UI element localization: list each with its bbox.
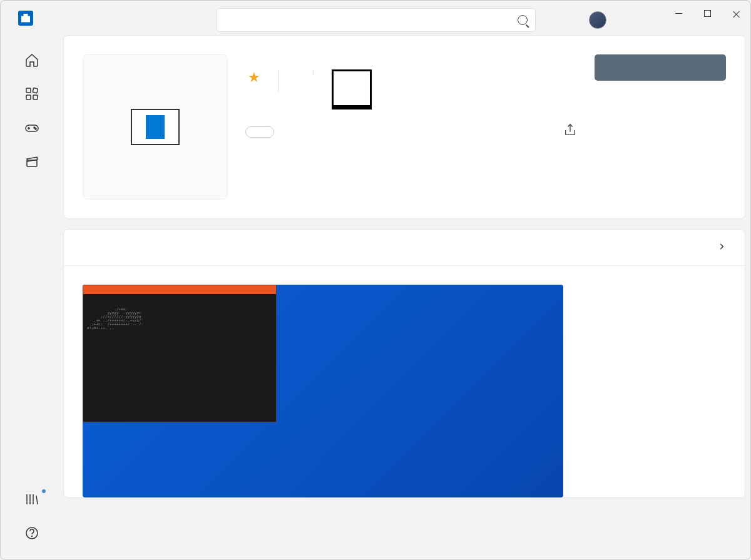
screenshots-carousel[interactable]: ./+o+- yyyyy- -yyyyyy+ ://+//////-yyyyyy… [64,266,745,497]
screenshots-header[interactable] [64,230,745,266]
home-icon [24,53,39,68]
category-tag[interactable] [245,126,274,138]
tags-row [245,123,577,140]
esrb-badge-icon [332,69,372,109]
body: ★ [1,35,750,559]
terminal-ubuntu: ./+o+- yyyyy- -yyyyyy+ ://+//////-yyyyyy… [83,285,277,422]
stats-row: ★ [245,69,577,109]
app-window: ★ [0,0,751,560]
svg-rect-3 [33,95,38,99]
user-avatar[interactable] [589,11,606,29]
product-info: ★ [245,54,577,200]
svg-point-6 [35,128,36,130]
svg-rect-2 [26,95,31,99]
nav-movies[interactable] [7,148,57,181]
svg-rect-0 [26,88,31,93]
svg-rect-1 [33,88,38,93]
star-icon: ★ [248,69,260,86]
stat-ratings-count [278,69,314,76]
help-icon [24,526,39,541]
svg-point-5 [34,127,35,128]
screenshot-1[interactable]: ./+o+- yyyyy- -yyyyyy+ ://+//////-yyyyyy… [83,285,563,497]
minimize-button[interactable] [664,1,693,26]
svg-point-9 [32,536,33,537]
chevron-right-icon [717,241,726,254]
screenshots-section: ./+o+- yyyyy- -yyyyyy+ ://+//////-yyyyyy… [63,229,745,498]
product-hero: ★ [63,35,745,219]
get-button[interactable] [595,54,726,81]
share-icon[interactable] [563,123,577,140]
library-icon [24,492,39,507]
esrb-badge-label [334,105,370,108]
maximize-button[interactable] [693,1,722,26]
nav-gaming[interactable] [7,114,57,148]
esrb-letter [334,71,370,105]
update-badge-icon [42,489,46,493]
ubuntu-ascii: ./+o+- yyyyy- -yyyyyy+ ://+//////-yyyyyy… [87,307,272,330]
titlebar [1,1,750,35]
search-box[interactable] [217,8,536,32]
movies-icon [24,154,39,169]
nav-help[interactable] [7,519,57,553]
nav-apps[interactable] [7,80,57,114]
nav-library[interactable] [7,486,57,519]
gaming-icon [24,120,39,135]
apps-icon [24,86,39,101]
search-icon[interactable] [518,15,528,25]
nav-home[interactable] [7,46,57,80]
wsl-icon [131,109,180,145]
window-controls [664,1,750,26]
sidebar [1,35,63,559]
search-input[interactable] [225,14,518,26]
close-button[interactable] [722,1,750,26]
store-icon [18,11,33,26]
content-scroll[interactable]: ★ [63,35,750,559]
esrb-rating [314,69,381,109]
product-actions [595,54,726,200]
stat-rating: ★ [245,69,278,92]
product-icon [83,54,228,200]
